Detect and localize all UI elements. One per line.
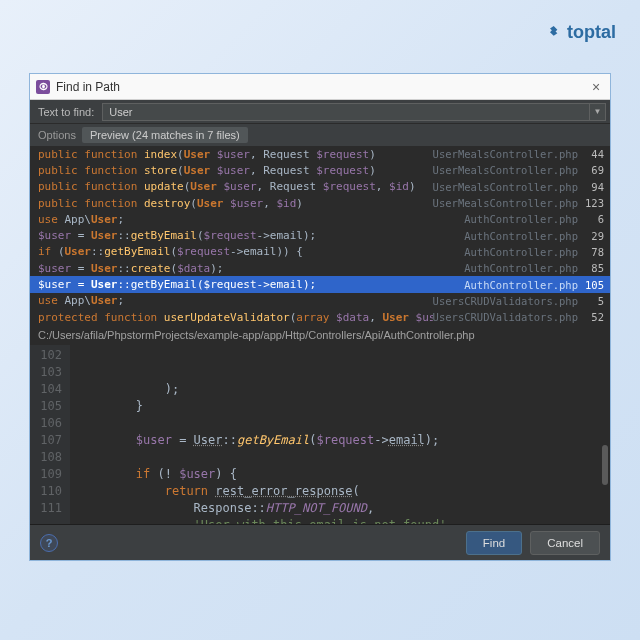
options-label[interactable]: Options bbox=[38, 129, 76, 141]
result-row[interactable]: public function update(User $user, Reque… bbox=[30, 179, 610, 195]
result-line: 123 bbox=[582, 197, 604, 209]
result-file: UsersCRUDValidators.php bbox=[433, 295, 578, 307]
brand-icon bbox=[547, 25, 563, 41]
editor-preview[interactable]: 102103104105106107108109110111 ); } $use… bbox=[30, 345, 610, 524]
result-file: UserMealsController.php bbox=[433, 164, 578, 176]
result-file: AuthController.php bbox=[464, 279, 578, 291]
result-row[interactable]: $user = User::getByEmail($request->email… bbox=[30, 276, 610, 292]
result-row[interactable]: $user = User::create($data);AuthControll… bbox=[30, 260, 610, 276]
result-line: 29 bbox=[582, 230, 604, 242]
selected-file-path: C:/Users/afila/PhpstormProjects/example-… bbox=[30, 325, 610, 345]
result-line: 52 bbox=[582, 311, 604, 323]
brand-logo: toptal bbox=[547, 22, 616, 43]
help-button[interactable]: ? bbox=[40, 534, 58, 552]
result-file: AuthController.php bbox=[464, 246, 578, 258]
result-line: 5 bbox=[582, 295, 604, 307]
dialog-title: Find in Path bbox=[56, 80, 120, 94]
result-line: 6 bbox=[582, 213, 604, 225]
result-line: 78 bbox=[582, 246, 604, 258]
find-in-path-dialog: ⦿ Find in Path × Text to find: ▼ Options… bbox=[29, 73, 611, 561]
scrollbar-thumb[interactable] bbox=[602, 445, 608, 485]
results-list[interactable]: public function index(User $user, Reques… bbox=[30, 146, 610, 325]
result-file: AuthController.php bbox=[464, 262, 578, 274]
search-input[interactable] bbox=[102, 103, 590, 121]
result-file: UserMealsController.php bbox=[433, 148, 578, 160]
titlebar[interactable]: ⦿ Find in Path × bbox=[30, 74, 610, 100]
result-row[interactable]: $user = User::getByEmail($request->email… bbox=[30, 227, 610, 243]
code-body[interactable]: ); } $user = User::getByEmail($request->… bbox=[70, 345, 610, 524]
brand-text: toptal bbox=[567, 22, 616, 43]
gutter: 102103104105106107108109110111 bbox=[30, 345, 70, 524]
result-row[interactable]: public function index(User $user, Reques… bbox=[30, 146, 610, 162]
result-line: 94 bbox=[582, 181, 604, 193]
result-file: UserMealsController.php bbox=[433, 181, 578, 193]
app-icon: ⦿ bbox=[36, 80, 50, 94]
result-file: UsersCRUDValidators.php bbox=[433, 311, 578, 323]
result-row[interactable]: use App\User;UsersCRUDValidators.php5 bbox=[30, 293, 610, 309]
find-button[interactable]: Find bbox=[466, 531, 522, 555]
result-row[interactable]: protected function userUpdateValidator(a… bbox=[30, 309, 610, 325]
chevron-down-icon[interactable]: ▼ bbox=[590, 103, 606, 121]
find-row: Text to find: ▼ bbox=[30, 100, 610, 124]
close-icon[interactable]: × bbox=[588, 79, 604, 95]
result-file: AuthController.php bbox=[464, 230, 578, 242]
result-line: 69 bbox=[582, 164, 604, 176]
result-row[interactable]: if (User::getByEmail($request->email)) {… bbox=[30, 244, 610, 260]
dialog-footer: ? Find Cancel bbox=[30, 524, 610, 560]
result-file: AuthController.php bbox=[464, 213, 578, 225]
result-file: UserMealsController.php bbox=[433, 197, 578, 209]
result-row[interactable]: use App\User;AuthController.php6 bbox=[30, 211, 610, 227]
find-label: Text to find: bbox=[38, 106, 94, 118]
result-row[interactable]: public function destroy(User $user, $id)… bbox=[30, 195, 610, 211]
result-line: 105 bbox=[582, 279, 604, 291]
cancel-button[interactable]: Cancel bbox=[530, 531, 600, 555]
result-row[interactable]: public function store(User $user, Reques… bbox=[30, 162, 610, 178]
preview-tab[interactable]: Preview (24 matches in 7 files) bbox=[82, 127, 248, 143]
result-line: 44 bbox=[582, 148, 604, 160]
options-row: Options Preview (24 matches in 7 files) bbox=[30, 124, 610, 146]
result-line: 85 bbox=[582, 262, 604, 274]
